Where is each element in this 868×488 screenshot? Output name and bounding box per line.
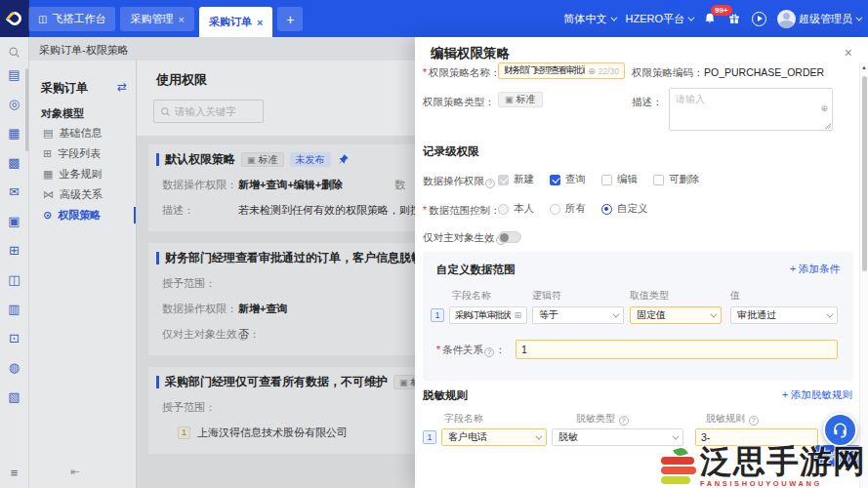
checkbox-query[interactable]: 查询 xyxy=(550,173,586,186)
add-tab-button[interactable]: + xyxy=(277,7,303,31)
close-icon[interactable]: × xyxy=(257,17,263,28)
plus-icon: + xyxy=(286,12,294,27)
user-menu[interactable]: 超级管理员 xyxy=(777,10,860,28)
radio-icon xyxy=(550,204,560,215)
value-select[interactable]: 审批通过 xyxy=(730,306,838,324)
drawer-scrollbar[interactable]: ▲ xyxy=(859,62,868,488)
data-op-label: 数据操作权限?： xyxy=(423,175,507,188)
info-icon: ? xyxy=(749,416,759,426)
radio-all[interactable]: 所有 xyxy=(550,202,586,216)
description-label: 描述： xyxy=(632,96,663,109)
col-header-operator: 逻辑符 xyxy=(532,289,561,303)
main-object-toggle[interactable] xyxy=(498,231,521,243)
notification-badge: 99+ xyxy=(711,5,732,16)
chevron-down-icon xyxy=(710,310,717,317)
avatar xyxy=(777,10,796,28)
tab-label: 飞搭工作台 xyxy=(52,12,105,26)
policy-name-input[interactable]: 财务部门经理查看审批通过 ⊕ 22/30 xyxy=(498,62,625,79)
language-selector[interactable]: 简体中文 xyxy=(564,12,615,26)
checkbox-edit[interactable]: 编辑 xyxy=(601,173,638,186)
close-icon[interactable]: × xyxy=(845,45,852,61)
operator-select[interactable]: 等于 xyxy=(532,306,624,324)
checkbox-delete[interactable]: 可删除 xyxy=(653,173,700,186)
select-value: 等于 xyxy=(539,308,558,322)
tab-purchase-mgmt[interactable]: 采购管理 × xyxy=(120,7,193,31)
tab-label: 采购订单 xyxy=(209,15,252,29)
platform-selector[interactable]: HZERO平台 xyxy=(626,12,693,26)
chevron-down-icon xyxy=(687,14,694,20)
confirm-button[interactable]: 确定 xyxy=(815,445,860,467)
char-counter: 22/30 xyxy=(599,66,619,76)
checkbox-icon xyxy=(653,175,664,185)
description-textarea[interactable]: 请输入 ⊕ xyxy=(669,88,833,131)
scroll-up-icon[interactable]: ▲ xyxy=(861,64,867,70)
checkbox-icon xyxy=(498,175,509,185)
record-permission-title: 记录级权限 xyxy=(423,144,479,159)
col-header-value: 值 xyxy=(730,289,740,303)
col-header-maskrule: 脱敏规则 ? xyxy=(706,412,760,426)
tag-icon: ▣ xyxy=(505,95,514,104)
chevron-down-icon xyxy=(672,432,679,439)
condition-relation-input[interactable]: 1 xyxy=(516,340,838,359)
policy-type-label: 权限策略类型： xyxy=(423,96,495,109)
checkbox-create[interactable]: 新建 xyxy=(498,173,534,186)
info-icon: ? xyxy=(619,416,629,426)
mask-field-select[interactable]: 客户电话 xyxy=(441,428,547,446)
chevron-down-icon xyxy=(855,14,862,20)
select-value: 脱敏 xyxy=(558,430,578,444)
info-icon: ? xyxy=(484,347,494,357)
condition-field-input[interactable]: 采购订单.审批状态 ⊞ xyxy=(449,306,527,324)
add-mask-rule-link[interactable]: + 添加脱敏规则 xyxy=(782,388,852,402)
policy-name-label: *权限策略名称： xyxy=(423,66,501,80)
notifications-button[interactable]: 99+ xyxy=(703,12,717,25)
condition-index-badge: 1 xyxy=(431,308,444,322)
topbar: ◫ 飞搭工作台 采购管理 × 采购订单 × + 简体中文 HZERO平台 99+ xyxy=(0,0,868,37)
username-label: 超级管理员 xyxy=(799,12,852,26)
tab-strip: ◫ 飞搭工作台 采购管理 × 采购订单 × + xyxy=(28,7,303,37)
drawer-mask[interactable] xyxy=(0,37,415,488)
chevron-down-icon xyxy=(610,14,617,20)
headset-icon xyxy=(831,421,849,439)
mask-type-select[interactable]: 脱敏 xyxy=(552,428,683,446)
radio-custom[interactable]: 自定义 xyxy=(601,202,648,216)
mask-index-badge: 1 xyxy=(423,430,436,444)
topbar-right: 简体中文 HZERO平台 99+ 超级管理员 xyxy=(564,0,861,37)
data-scope-label: *数据范围控制： xyxy=(423,204,501,218)
policy-type-badge: ▣标准 xyxy=(498,92,543,107)
input-value: 1 xyxy=(521,344,527,355)
language-label: 简体中文 xyxy=(564,12,607,26)
app-window: ◫ 飞搭工作台 采购管理 × 采购订单 × + 简体中文 HZERO平台 99+ xyxy=(0,0,868,488)
value-type-select[interactable]: 固定值 xyxy=(630,306,722,324)
customer-service-button[interactable] xyxy=(823,413,857,447)
custom-scope-box: 自定义数据范围 + 添加条件 字段名称 逻辑符 取值类型 值 1 采购订单.审批… xyxy=(423,252,853,381)
resize-handle[interactable] xyxy=(824,122,831,129)
mask-rule-input[interactable]: 3- xyxy=(695,428,818,446)
chevron-down-icon xyxy=(535,432,542,439)
policy-code-value: PO_PURCHASE_ORDER xyxy=(704,66,824,78)
help-video-button[interactable] xyxy=(752,12,766,26)
globe-icon[interactable]: ⊕ xyxy=(820,103,828,113)
platform-label: HZERO平台 xyxy=(626,12,685,26)
add-condition-link[interactable]: + 添加条件 xyxy=(790,263,840,276)
tab-workspace[interactable]: ◫ 飞搭工作台 xyxy=(28,7,115,31)
field-picker-icon[interactable]: ⊞ xyxy=(514,310,521,320)
globe-icon[interactable]: ⊕ xyxy=(588,66,596,76)
tab-purchase-order[interactable]: 采购订单 × xyxy=(199,7,272,37)
data-scope-radio-group: 本人 所有 自定义 xyxy=(498,202,648,216)
col-header-field: 字段名称 xyxy=(444,412,483,426)
select-value: 固定值 xyxy=(637,308,666,322)
col-header-masktype: 脱敏类型 ? xyxy=(576,412,630,426)
toggle-knob xyxy=(500,233,509,242)
radio-icon xyxy=(498,204,509,215)
scrollbar-thumb[interactable] xyxy=(862,76,867,271)
radio-self[interactable]: 本人 xyxy=(498,202,534,216)
app-logo[interactable] xyxy=(0,0,29,37)
col-header-field: 字段名称 xyxy=(452,289,491,303)
input-value: 采购订单.审批状态 xyxy=(455,309,511,322)
condition-relation-label: *条件关系?： xyxy=(436,344,506,357)
data-op-checkbox-group: 新建 查询 编辑 可删除 xyxy=(498,173,700,186)
close-icon[interactable]: × xyxy=(178,14,184,25)
play-icon xyxy=(752,12,766,26)
policy-code-label: 权限策略编码： xyxy=(632,66,704,80)
col-header-valuetype: 取值类型 xyxy=(630,289,669,303)
